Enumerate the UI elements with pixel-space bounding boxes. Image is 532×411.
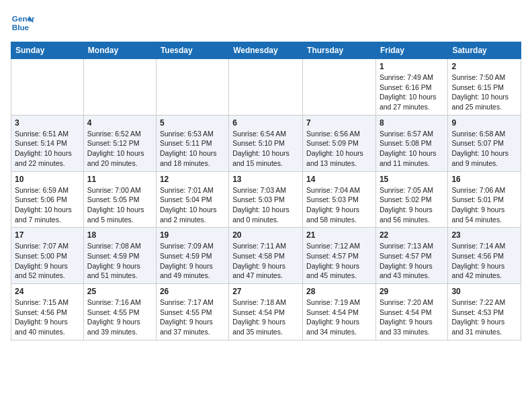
cell-line: Sunset: 5:09 PM <box>306 139 359 147</box>
cell-line: and 43 minutes. <box>380 271 430 279</box>
calendar-cell: 1Sunrise: 7:49 AMSunset: 6:16 PMDaylight… <box>375 59 447 116</box>
svg-text:General: General <box>12 14 35 23</box>
calendar-header-row: SundayMondayTuesdayWednesdayThursdayFrid… <box>11 42 521 59</box>
cell-line: Sunrise: 7:18 AM <box>232 298 286 306</box>
cell-line: and 49 minutes. <box>160 271 210 279</box>
calendar-week-row: 10Sunrise: 6:59 AMSunset: 5:06 PMDayligh… <box>11 171 521 228</box>
cell-line: Sunrise: 6:53 AM <box>160 130 214 138</box>
cell-line: and 54 minutes. <box>451 216 502 224</box>
day-number: 23 <box>451 230 517 240</box>
calendar-cell: 9Sunrise: 6:58 AMSunset: 5:07 PMDaylight… <box>448 115 521 171</box>
calendar-header-cell: Tuesday <box>156 42 228 59</box>
cell-line: Sunset: 4:56 PM <box>451 252 504 260</box>
calendar-cell: 14Sunrise: 7:04 AMSunset: 5:03 PMDayligh… <box>303 171 376 228</box>
cell-content: Sunrise: 7:15 AMSunset: 4:56 PMDaylight:… <box>15 298 80 337</box>
day-number: 14 <box>306 175 372 184</box>
day-number: 26 <box>160 287 225 296</box>
day-number: 8 <box>380 118 444 128</box>
cell-line: and 42 minutes. <box>451 271 502 279</box>
cell-line: Daylight: 9 hours <box>306 205 359 214</box>
calendar-cell: 8Sunrise: 6:57 AMSunset: 5:08 PMDaylight… <box>375 115 447 171</box>
cell-line: Sunset: 5:02 PM <box>380 195 432 203</box>
cell-line: Daylight: 9 hours <box>232 262 285 270</box>
cell-line: and 2 minutes. <box>160 216 206 224</box>
day-number: 15 <box>380 175 444 184</box>
cell-line: Sunrise: 7:06 AM <box>451 186 505 194</box>
calendar-cell <box>156 59 228 116</box>
cell-line: and 40 minutes. <box>15 328 65 336</box>
calendar-cell: 28Sunrise: 7:19 AMSunset: 4:54 PMDayligh… <box>303 284 376 340</box>
cell-line: Sunset: 4:53 PM <box>451 308 504 316</box>
cell-line: Sunset: 4:55 PM <box>160 308 212 316</box>
cell-content: Sunrise: 7:17 AMSunset: 4:55 PMDaylight:… <box>160 298 225 337</box>
cell-line: and 58 minutes. <box>306 216 357 224</box>
calendar-cell: 17Sunrise: 7:07 AMSunset: 5:00 PMDayligh… <box>11 228 84 284</box>
cell-line: and 0 minutes. <box>232 216 279 224</box>
day-number: 18 <box>87 230 152 240</box>
cell-line: and 9 minutes. <box>451 159 498 167</box>
cell-line: Daylight: 10 hours <box>451 93 508 101</box>
cell-content: Sunrise: 7:18 AMSunset: 4:54 PMDaylight:… <box>232 298 299 337</box>
day-number: 28 <box>306 287 372 296</box>
cell-line: Daylight: 10 hours <box>87 149 144 157</box>
calendar-cell: 26Sunrise: 7:17 AMSunset: 4:55 PMDayligh… <box>156 284 228 340</box>
calendar-header-cell: Saturday <box>448 42 521 59</box>
day-number: 1 <box>380 62 444 71</box>
cell-line: and 7 minutes. <box>15 216 61 224</box>
calendar-cell: 6Sunrise: 6:54 AMSunset: 5:10 PMDaylight… <box>229 115 303 171</box>
cell-content: Sunrise: 6:52 AMSunset: 5:12 PMDaylight:… <box>87 129 152 169</box>
cell-line: Sunrise: 7:03 AM <box>232 186 286 194</box>
calendar-cell: 27Sunrise: 7:18 AMSunset: 4:54 PMDayligh… <box>229 284 303 340</box>
calendar: SundayMondayTuesdayWednesdayThursdayFrid… <box>11 42 521 340</box>
cell-line: Sunset: 4:58 PM <box>232 252 285 260</box>
cell-line: Sunset: 5:07 PM <box>451 139 504 147</box>
cell-line: Sunset: 5:12 PM <box>87 139 140 147</box>
cell-line: Sunset: 4:59 PM <box>87 252 140 260</box>
cell-line: Sunset: 5:03 PM <box>232 195 285 203</box>
calendar-cell: 2Sunrise: 7:50 AMSunset: 6:15 PMDaylight… <box>448 59 521 116</box>
cell-line: Sunset: 5:06 PM <box>15 195 67 203</box>
cell-line: Sunrise: 7:20 AM <box>380 298 433 306</box>
calendar-cell: 13Sunrise: 7:03 AMSunset: 5:03 PMDayligh… <box>229 171 303 228</box>
cell-line: Sunset: 4:59 PM <box>160 252 212 260</box>
calendar-header-cell: Monday <box>83 42 156 59</box>
calendar-cell: 5Sunrise: 6:53 AMSunset: 5:11 PMDaylight… <box>156 115 228 171</box>
calendar-cell: 4Sunrise: 6:52 AMSunset: 5:12 PMDaylight… <box>83 115 156 171</box>
cell-line: Daylight: 10 hours <box>15 149 72 157</box>
cell-line: Sunset: 4:54 PM <box>306 308 359 316</box>
cell-line: Daylight: 9 hours <box>451 205 504 214</box>
cell-content: Sunrise: 6:57 AMSunset: 5:08 PMDaylight:… <box>380 129 444 169</box>
cell-line: Sunrise: 7:50 AM <box>451 73 505 81</box>
calendar-cell: 24Sunrise: 7:15 AMSunset: 4:56 PMDayligh… <box>11 284 84 340</box>
calendar-header-cell: Friday <box>375 42 447 59</box>
cell-line: Sunrise: 6:58 AM <box>451 130 505 138</box>
cell-line: and 35 minutes. <box>232 328 283 336</box>
cell-line: Daylight: 10 hours <box>232 205 290 214</box>
cell-content: Sunrise: 6:53 AMSunset: 5:11 PMDaylight:… <box>160 129 225 169</box>
cell-line: Sunset: 4:56 PM <box>15 308 67 316</box>
cell-line: Daylight: 10 hours <box>160 149 217 157</box>
calendar-header-cell: Thursday <box>303 42 376 59</box>
cell-line: Sunrise: 7:13 AM <box>380 242 433 250</box>
cell-line: Sunrise: 6:56 AM <box>306 130 360 138</box>
cell-content: Sunrise: 7:16 AMSunset: 4:55 PMDaylight:… <box>87 298 152 337</box>
cell-content: Sunrise: 7:09 AMSunset: 4:59 PMDaylight:… <box>160 241 225 281</box>
cell-content: Sunrise: 7:05 AMSunset: 5:02 PMDaylight:… <box>380 185 444 225</box>
calendar-week-row: 17Sunrise: 7:07 AMSunset: 5:00 PMDayligh… <box>11 228 521 284</box>
cell-line: Sunrise: 7:22 AM <box>451 298 505 306</box>
cell-content: Sunrise: 7:11 AMSunset: 4:58 PMDaylight:… <box>232 241 299 281</box>
cell-line: Sunset: 5:14 PM <box>15 139 67 147</box>
cell-content: Sunrise: 7:13 AMSunset: 4:57 PMDaylight:… <box>380 241 444 281</box>
cell-content: Sunrise: 6:59 AMSunset: 5:06 PMDaylight:… <box>15 185 80 225</box>
cell-line: Sunrise: 7:08 AM <box>87 242 141 250</box>
calendar-cell: 15Sunrise: 7:05 AMSunset: 5:02 PMDayligh… <box>375 171 447 228</box>
cell-line: Sunrise: 7:01 AM <box>160 186 214 194</box>
cell-line: and 20 minutes. <box>87 159 138 167</box>
cell-line: Sunset: 4:55 PM <box>87 308 140 316</box>
calendar-week-row: 1Sunrise: 7:49 AMSunset: 6:16 PMDaylight… <box>11 59 521 116</box>
cell-line: and 13 minutes. <box>306 159 357 167</box>
day-number: 5 <box>160 118 225 128</box>
cell-line: Daylight: 9 hours <box>380 205 433 214</box>
cell-line: Daylight: 10 hours <box>380 93 437 101</box>
cell-content: Sunrise: 7:12 AMSunset: 4:57 PMDaylight:… <box>306 241 372 281</box>
